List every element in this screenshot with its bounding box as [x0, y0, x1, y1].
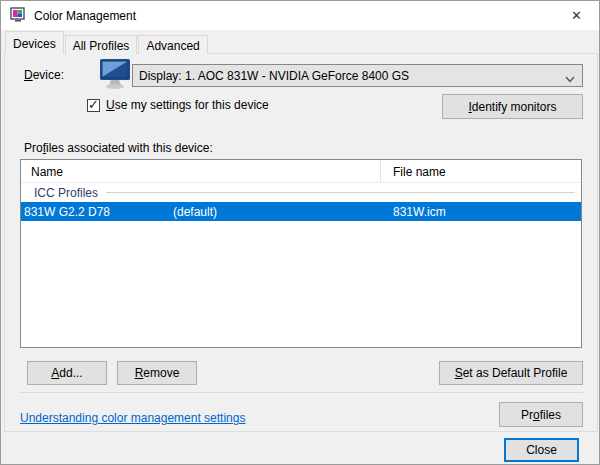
- use-my-settings-checkbox[interactable]: ✓ Use my settings for this device: [87, 98, 269, 112]
- chevron-down-icon: [565, 72, 575, 86]
- column-header-name[interactable]: Name: [31, 165, 63, 179]
- tab-advanced[interactable]: Advanced: [138, 35, 207, 54]
- profiles-button[interactable]: Profiles: [499, 402, 583, 427]
- profile-row[interactable]: 831W G2.2 D78 (default) 831W.icm: [21, 202, 581, 221]
- profiles-associated-heading: Profiles associated with this device:: [24, 141, 213, 155]
- tab-strip: Devices All Profiles Advanced: [5, 31, 209, 54]
- profile-default-tag: (default): [173, 205, 217, 219]
- profiles-list[interactable]: Name File name ICC Profiles 831W G2.2 D7…: [20, 159, 582, 348]
- color-management-window: Color Management ✕ Devices All Profiles …: [0, 0, 600, 465]
- profiles-list-header[interactable]: Name File name: [21, 160, 581, 183]
- column-header-file-name[interactable]: File name: [393, 165, 446, 179]
- color-management-app-icon: [10, 7, 26, 23]
- tab-devices[interactable]: Devices: [5, 31, 64, 54]
- identify-monitors-button[interactable]: Identify monitors: [442, 94, 583, 119]
- close-icon[interactable]: ✕: [554, 1, 599, 30]
- device-select[interactable]: Display: 1. AOC 831W - NVIDIA GeForce 84…: [132, 64, 583, 87]
- profile-name: 831W G2.2 D78: [24, 205, 110, 219]
- monitor-icon: [97, 58, 133, 93]
- section-divider: [20, 392, 583, 393]
- group-divider-line: [106, 192, 575, 193]
- add-button[interactable]: Add...: [27, 361, 107, 385]
- remove-button[interactable]: Remove: [117, 361, 197, 385]
- understanding-color-management-link[interactable]: Understanding color management settings: [20, 411, 245, 425]
- devices-tab-page: Device: Display: 1. AOC 831W - NVIDIA Ge…: [4, 53, 598, 432]
- checkmark-icon: ✓: [88, 97, 99, 112]
- column-divider[interactable]: [380, 160, 381, 183]
- device-label: Device:: [24, 68, 64, 82]
- device-select-value: Display: 1. AOC 831W - NVIDIA GeForce 84…: [139, 69, 409, 83]
- profile-file-name: 831W.icm: [393, 205, 446, 219]
- title-bar: Color Management ✕: [1, 1, 599, 30]
- close-button[interactable]: Close: [504, 438, 579, 462]
- tab-all-profiles[interactable]: All Profiles: [65, 35, 138, 54]
- use-my-settings-label: Use my settings for this device: [106, 98, 269, 112]
- checkbox-box: ✓: [87, 99, 100, 112]
- icc-profiles-group-header: ICC Profiles: [21, 183, 581, 202]
- set-as-default-profile-button[interactable]: Set as Default Profile: [439, 361, 583, 385]
- window-title: Color Management: [34, 9, 136, 23]
